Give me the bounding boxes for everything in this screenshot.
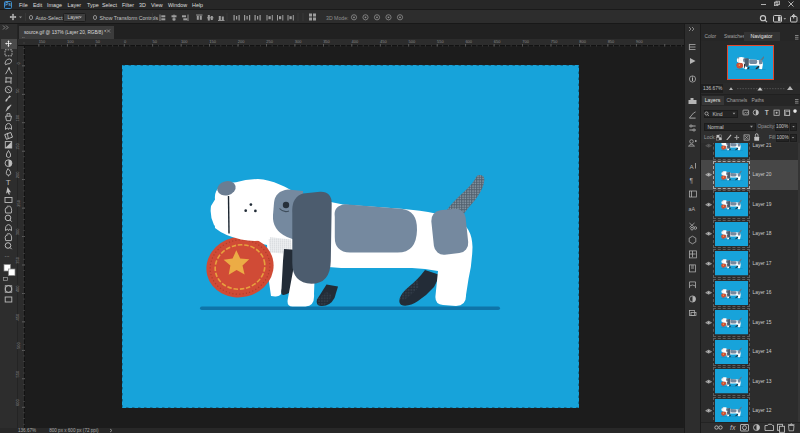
- svg-text:350: 350: [323, 39, 330, 44]
- svg-text:350: 350: [16, 256, 21, 263]
- svg-text:650: 650: [494, 39, 501, 44]
- svg-text:500: 500: [16, 342, 21, 349]
- svg-text:250: 250: [16, 199, 21, 206]
- svg-text:400: 400: [16, 285, 21, 292]
- svg-text:...: ...: [5, 252, 10, 258]
- svg-text:100: 100: [181, 39, 188, 44]
- svg-text:aA: aA: [689, 206, 696, 212]
- svg-text:700: 700: [522, 39, 529, 44]
- svg-text:¶: ¶: [690, 177, 694, 184]
- svg-text:0: 0: [124, 39, 127, 44]
- svg-text:450: 450: [380, 39, 387, 44]
- svg-text:A: A: [689, 163, 694, 170]
- svg-text:750: 750: [551, 39, 558, 44]
- svg-text:50: 50: [16, 88, 21, 93]
- svg-text:200: 200: [238, 39, 245, 44]
- svg-text:300: 300: [16, 228, 21, 235]
- svg-text:200: 200: [16, 171, 21, 178]
- svg-text:500: 500: [409, 39, 416, 44]
- svg-text:50: 50: [152, 39, 157, 44]
- svg-text:300: 300: [295, 39, 302, 44]
- svg-text:850: 850: [608, 39, 615, 44]
- svg-text:400: 400: [352, 39, 359, 44]
- svg-text:150: 150: [16, 142, 21, 149]
- svg-text:550: 550: [16, 370, 21, 377]
- svg-text:150: 150: [209, 39, 216, 44]
- svg-text:550: 550: [437, 39, 444, 44]
- svg-text:T: T: [6, 178, 11, 187]
- svg-text:50: 50: [96, 39, 101, 44]
- svg-text:450: 450: [16, 313, 21, 320]
- svg-text:900: 900: [636, 39, 643, 44]
- svg-text:600: 600: [16, 398, 21, 405]
- svg-text:600: 600: [465, 39, 472, 44]
- svg-text:800: 800: [579, 39, 586, 44]
- svg-text:250: 250: [266, 39, 273, 44]
- svg-text:100: 100: [67, 39, 74, 44]
- svg-text:0: 0: [16, 62, 21, 65]
- svg-text:150: 150: [39, 39, 46, 44]
- svg-text:fx: fx: [730, 424, 736, 431]
- svg-text:100: 100: [16, 114, 21, 121]
- svg-text:T: T: [765, 109, 769, 116]
